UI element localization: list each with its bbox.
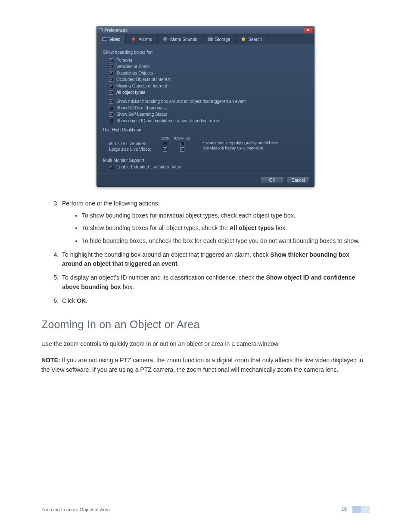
checkbox-persons[interactable]: Persons [103, 57, 308, 63]
checkbox-icon [109, 112, 113, 117]
checkbox-icon [109, 106, 113, 110]
tab-alarm-sounds[interactable]: Alarm Sounds [158, 34, 203, 44]
step-5: To display an object's ID number and its… [60, 273, 370, 292]
step-3: Perform one of the following actions: To… [60, 199, 370, 246]
speaker-icon [163, 37, 168, 42]
app-icon [99, 28, 103, 32]
bounding-box-section-label: Show bounding boxes for: [103, 50, 308, 55]
zoom-intro-paragraph: Use the zoom controls to quickly zoom in… [41, 339, 370, 349]
dialog-title: Preferences [104, 28, 304, 33]
checkbox-icon [109, 84, 113, 88]
checkbox-object-id[interactable]: Show object ID and confidence above boun… [103, 118, 308, 124]
checkbox-icon [109, 90, 113, 95]
instruction-list: Perform one of the following actions: To… [60, 199, 370, 305]
step-4: To highlight the bounding box around an … [60, 250, 370, 269]
tab-video[interactable]: Video [97, 34, 126, 44]
bullet-1: To show bounding boxes for individual ob… [82, 211, 370, 221]
monitor-icon [102, 37, 107, 42]
quality-section-label: Use High Quality on: [103, 128, 308, 132]
tabs-bar: Video Alarms Alarm Sounds Storage Search [97, 34, 314, 44]
step-6: Click OK. [60, 296, 370, 306]
search-icon [241, 37, 246, 42]
row-midsize-label: Mid-size Live Video: [109, 141, 156, 146]
zoom-note-paragraph: NOTE: If you are not using a PTZ camera,… [41, 356, 370, 374]
multi-monitor-section-label: Multi-Monitor Support [103, 156, 308, 163]
checkbox-icon [109, 65, 113, 69]
checkbox-missing[interactable]: Missing Objects of Interest [103, 83, 308, 89]
checkbox-extended-view[interactable]: Enable Extended Live Video View [109, 164, 308, 170]
titlebar[interactable]: Preferences ✕ [97, 26, 314, 34]
cancel-button[interactable]: Cancel [286, 177, 310, 184]
row-large-label: Large size Live Video: [109, 147, 156, 152]
checkbox-rods[interactable]: Show RODs in thumbnails [103, 105, 308, 111]
ok-button[interactable]: OK [261, 177, 284, 184]
checkbox-icon [109, 100, 113, 104]
bullet-3: To hide bounding boxes, uncheck the box … [82, 236, 370, 246]
page-footer: Zooming In on an Object or Area 19 [41, 506, 370, 513]
tab-storage[interactable]: Storage [202, 34, 236, 44]
checkbox-icon [109, 58, 113, 62]
tab-alarms[interactable]: Alarms [126, 34, 157, 44]
checkbox-icon [109, 119, 113, 123]
page-number: 19 [342, 507, 347, 512]
checkbox-large-icvrhd[interactable] [180, 147, 184, 152]
column-icvr: iCVR [156, 136, 174, 140]
footer-title: Zooming In on an Object or Area [41, 507, 110, 512]
checkbox-occluded[interactable]: Occluded Objects of Interest [103, 76, 308, 83]
quality-note: * Note that using High Quality on mid-si… [199, 134, 285, 151]
close-button[interactable]: ✕ [304, 27, 312, 33]
column-icvr-hd: iCVR-HD [174, 136, 191, 140]
dialog-footer: OK Cancel [97, 174, 314, 187]
brand-logo-icon [352, 506, 370, 513]
checkbox-large-icvr[interactable] [163, 147, 167, 152]
tab-search[interactable]: Search [236, 34, 268, 44]
storage-icon [208, 37, 213, 42]
close-icon: ✕ [306, 28, 310, 32]
checkbox-all-types[interactable]: All object types [103, 89, 308, 96]
checkbox-icon [109, 71, 113, 75]
bullet-2: To show bounding boxes for all object ty… [82, 224, 370, 233]
checkbox-midsize-icvrhd[interactable] [180, 142, 184, 146]
checkbox-suspicious[interactable]: Suspicious Objects [103, 70, 308, 76]
checkbox-vehicles[interactable]: Vehicles or Boats [103, 63, 308, 70]
checkbox-midsize-icvr[interactable] [163, 142, 167, 146]
alarm-icon [131, 37, 136, 42]
quality-table: iCVR iCVR-HD Mid-size Live Video: Large … [103, 134, 197, 152]
section-heading-zoom: Zooming In on an Object or Area [41, 318, 370, 331]
preferences-dialog: Preferences ✕ Video Alarms Alarm Sounds … [97, 26, 314, 187]
checkbox-thicker-box[interactable]: Show thicker bounding box around an obje… [103, 98, 308, 105]
checkbox-self-learning[interactable]: Show Self-Learning Status [103, 111, 308, 118]
checkbox-icon [109, 165, 113, 169]
checkbox-icon [109, 78, 113, 82]
